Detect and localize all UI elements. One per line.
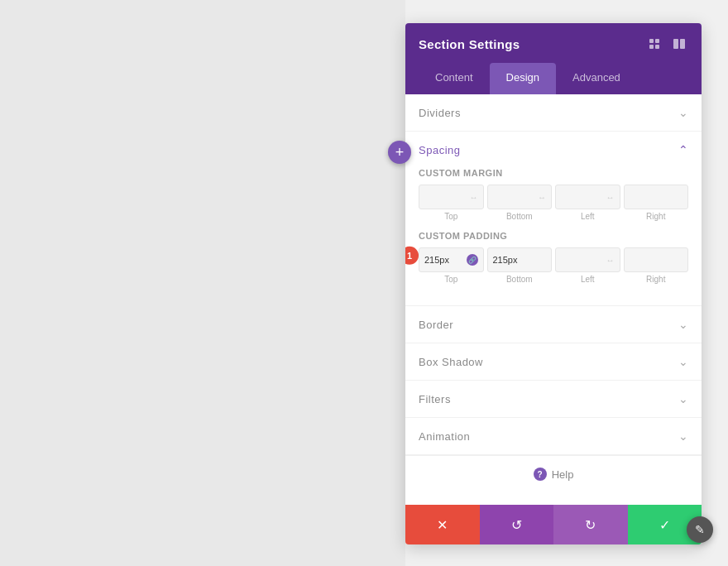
resize-icon[interactable] — [645, 35, 663, 53]
panel-header: Section Settings — [405, 23, 702, 94]
step-badge: 1 — [405, 247, 419, 265]
margin-left-input[interactable]: ↔ — [555, 185, 620, 209]
border-header[interactable]: Border ⌄ — [419, 306, 688, 343]
margin-bottom-link-icon: ↔ — [538, 193, 546, 202]
border-label: Border — [419, 319, 453, 331]
spacing-header[interactable]: Spacing ⌃ — [419, 132, 688, 168]
margin-bottom-pair: ↔ Bottom — [487, 185, 553, 221]
margin-left-label: Left — [581, 212, 595, 221]
section-box-shadow: Box Shadow ⌄ — [405, 343, 702, 381]
padding-left-pair: ↔ Left — [555, 247, 620, 284]
spacing-label: Spacing — [419, 144, 460, 156]
filters-label: Filters — [419, 393, 451, 405]
custom-padding-label: Custom Padding — [419, 231, 688, 241]
animation-chevron-icon: ⌄ — [678, 429, 688, 443]
padding-right-label: Right — [646, 275, 665, 284]
add-section-button[interactable]: + — [388, 141, 411, 164]
margin-left-pair: ↔ Left — [555, 185, 620, 221]
section-dividers: Dividers ⌄ — [405, 94, 702, 132]
fab-icon: ✎ — [695, 523, 705, 536]
padding-right-input[interactable] — [624, 247, 689, 272]
tab-advanced[interactable]: Advanced — [556, 63, 637, 94]
padding-bottom-label: Bottom — [506, 275, 533, 284]
svg-rect-1 — [655, 39, 659, 43]
section-animation: Animation ⌄ — [405, 418, 702, 455]
fab-button[interactable]: ✎ — [687, 516, 713, 543]
margin-top-link-icon: ↔ — [470, 193, 478, 202]
svg-rect-5 — [680, 39, 685, 49]
animation-label: Animation — [419, 430, 470, 443]
custom-padding-group: 1 Custom Padding 215px 🔗 Top — [419, 231, 688, 284]
box-shadow-header[interactable]: Box Shadow ⌄ — [419, 343, 688, 380]
box-shadow-label: Box Shadow — [419, 356, 483, 368]
padding-left-input[interactable]: ↔ — [555, 247, 620, 272]
custom-margin-group: Custom Margin ↔ Top — [419, 168, 688, 221]
padding-bottom-pair: 215px Bottom — [487, 247, 553, 284]
redo-button[interactable]: ↻ — [553, 505, 628, 544]
canvas-area — [0, 0, 405, 566]
margin-left-link-icon: ↔ — [606, 193, 615, 202]
spacing-content: Custom Margin ↔ Top — [419, 168, 688, 305]
padding-link-icon[interactable]: 🔗 — [467, 254, 478, 266]
filters-chevron-icon: ⌄ — [678, 392, 688, 405]
help-icon: ? — [534, 468, 547, 481]
dividers-header[interactable]: Dividers ⌄ — [419, 94, 688, 131]
margin-right-input[interactable] — [624, 185, 689, 209]
margin-input-row: ↔ Top ↔ Bottom — [419, 185, 688, 221]
help-row[interactable]: ? Help — [405, 455, 702, 492]
section-border: Border ⌄ — [405, 306, 702, 343]
padding-left-link-icon: ↔ — [606, 256, 615, 265]
padding-top-pair: 215px 🔗 Top — [419, 247, 484, 284]
margin-top-input[interactable]: ↔ — [419, 185, 484, 209]
panel-icon-group — [645, 35, 688, 53]
margin-top-pair: ↔ Top — [419, 185, 484, 221]
padding-top-input[interactable]: 215px 🔗 — [419, 247, 484, 272]
section-settings-panel: Section Settings — [405, 23, 702, 544]
margin-bottom-label: Bottom — [506, 212, 533, 221]
svg-rect-4 — [673, 39, 678, 49]
padding-top-label: Top — [444, 275, 457, 284]
panel-title: Section Settings — [419, 37, 520, 51]
tab-group: Content Design Advanced — [419, 63, 688, 94]
margin-right-label: Right — [646, 212, 665, 221]
panel-body: Dividers ⌄ Spacing ⌃ Custom Margin — [405, 94, 702, 505]
plus-icon: + — [395, 144, 405, 161]
section-filters: Filters ⌄ — [405, 381, 702, 418]
spacing-chevron-icon: ⌃ — [678, 143, 688, 156]
svg-rect-2 — [649, 45, 654, 49]
box-shadow-chevron-icon: ⌄ — [678, 355, 688, 368]
help-label: Help — [552, 468, 574, 481]
columns-icon[interactable] — [670, 35, 688, 53]
dividers-label: Dividers — [419, 107, 461, 119]
padding-bottom-input[interactable]: 215px — [487, 247, 553, 272]
filters-header[interactable]: Filters ⌄ — [419, 381, 688, 417]
section-spacing: Spacing ⌃ Custom Margin ↔ Top — [405, 132, 702, 306]
tab-design[interactable]: Design — [490, 63, 556, 94]
padding-left-label: Left — [581, 275, 595, 284]
svg-rect-3 — [655, 45, 659, 49]
svg-rect-0 — [649, 39, 654, 43]
cancel-button[interactable]: ✕ — [405, 505, 480, 544]
action-bar: ✕ ↺ ↻ ✓ — [405, 505, 702, 544]
padding-input-row: 215px 🔗 Top 215px Bottom — [419, 247, 688, 284]
tab-content[interactable]: Content — [419, 63, 490, 94]
margin-bottom-input[interactable]: ↔ — [487, 185, 553, 209]
custom-margin-label: Custom Margin — [419, 168, 688, 178]
reset-button[interactable]: ↺ — [480, 505, 554, 544]
margin-top-label: Top — [444, 212, 457, 221]
dividers-chevron-icon: ⌄ — [678, 106, 688, 119]
panel-title-row: Section Settings — [419, 35, 688, 53]
margin-right-pair: Right — [624, 185, 689, 221]
animation-header[interactable]: Animation ⌄ — [419, 418, 688, 454]
padding-right-pair: Right — [624, 247, 689, 284]
border-chevron-icon: ⌄ — [678, 318, 688, 331]
